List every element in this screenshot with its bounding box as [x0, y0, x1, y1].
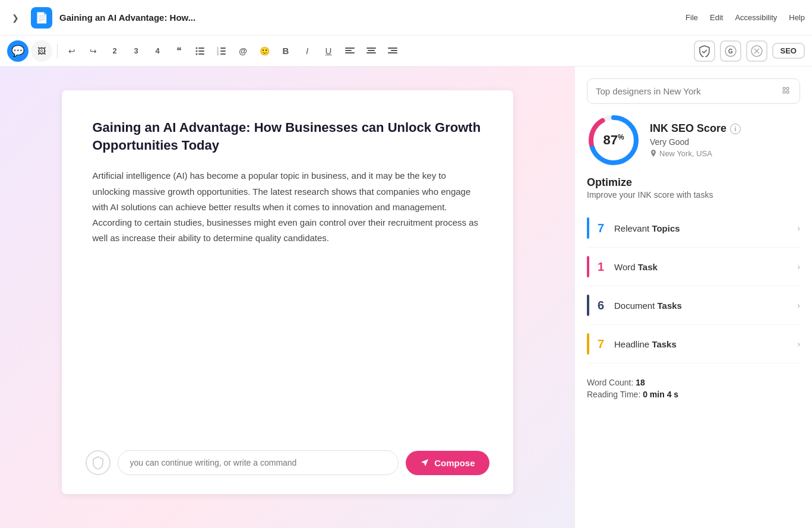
task-item-headline-tasks[interactable]: 7 Headline Tasks › — [587, 325, 800, 363]
seo-button[interactable]: SEO — [772, 43, 805, 59]
task-label-document: Document Tasks — [614, 301, 797, 311]
svg-point-32 — [786, 91, 789, 93]
compose-shield-icon — [86, 450, 110, 475]
chevron-right-icon: › — [797, 223, 800, 233]
task-label-headline: Headline Tasks — [614, 339, 797, 349]
svg-rect-12 — [345, 48, 355, 49]
optimize-subtitle: Improve your INK score with tasks — [587, 190, 800, 200]
task-item-word-task[interactable]: 1 Word Task › — [587, 248, 800, 286]
menu-bar: File Edit Accessibility Help — [685, 13, 805, 22]
chevron-right-icon-3: › — [797, 301, 800, 310]
search-box[interactable] — [587, 78, 800, 104]
align-right-button[interactable] — [383, 42, 402, 61]
grammarly-button[interactable]: G — [720, 40, 741, 62]
stats-section: Word Count: 18 Reading Time: 0 min 4 s — [587, 373, 800, 399]
task-number-word: 1 — [598, 260, 614, 274]
svg-point-0 — [196, 47, 198, 49]
numbered-list-button[interactable]: 1.2.3. — [212, 42, 231, 61]
compose-button[interactable]: Compose — [406, 451, 489, 475]
main-layout: Gaining an AI Advantage: How Businesses … — [0, 67, 812, 528]
svg-point-30 — [786, 87, 789, 90]
italic-button[interactable]: I — [298, 42, 317, 61]
chat-button[interactable]: 💬 — [7, 40, 29, 62]
menu-edit[interactable]: Edit — [710, 13, 723, 22]
editor-area: Gaining an AI Advantage: How Businesses … — [0, 67, 574, 528]
compose-input[interactable] — [118, 450, 399, 475]
svg-rect-16 — [366, 48, 376, 49]
align-left-button[interactable] — [340, 42, 359, 61]
document-body[interactable]: Artificial intelligence (AI) has become … — [93, 168, 482, 246]
score-title: INK SEO Score i — [650, 122, 800, 135]
editor-paper: Gaining an AI Advantage: How Businesses … — [62, 90, 513, 494]
menu-file[interactable]: File — [685, 13, 698, 22]
document-title: Gaining an AI Advantage: How... — [59, 12, 678, 23]
reading-time: Reading Time: 0 min 4 s — [587, 390, 800, 399]
emoji-button[interactable]: 🙂 — [255, 42, 274, 61]
optimize-title: Optimize — [587, 176, 800, 189]
toolbar-separator-1 — [57, 44, 58, 58]
redo-button[interactable]: ↪ — [84, 42, 103, 61]
keyword-search-input[interactable] — [596, 86, 776, 96]
bullet-list-button[interactable] — [191, 42, 210, 61]
task-label-relevant: Relevant Topics — [614, 223, 797, 233]
h2-button[interactable]: 2 — [105, 42, 124, 61]
mention-button[interactable]: @ — [233, 42, 252, 61]
svg-point-2 — [196, 50, 198, 52]
h4-button[interactable]: 4 — [148, 42, 167, 61]
undo-button[interactable]: ↩ — [62, 42, 81, 61]
svg-rect-9 — [220, 50, 226, 52]
bold-button[interactable]: B — [276, 42, 295, 61]
svg-rect-13 — [345, 50, 352, 51]
h3-button[interactable]: 3 — [127, 42, 146, 61]
align-center-button[interactable] — [362, 42, 381, 61]
score-info: INK SEO Score i Very Good New York, USA — [650, 122, 800, 158]
svg-rect-21 — [391, 50, 397, 51]
svg-rect-3 — [198, 50, 204, 52]
task-item-document-tasks[interactable]: 6 Document Tasks › — [587, 286, 800, 325]
svg-rect-7 — [220, 48, 226, 49]
app-icon: 📄 — [31, 7, 52, 29]
score-grade: Very Good — [650, 137, 800, 147]
score-location: New York, USA — [650, 149, 800, 158]
word-count: Word Count: 18 — [587, 378, 800, 387]
task-list: 7 Relevant Topics › 1 Word Task › 6 Docu… — [587, 209, 800, 363]
task-number-document: 6 — [598, 299, 614, 312]
task-accent-blue — [587, 217, 589, 239]
task-number-relevant: 7 — [598, 222, 614, 235]
menu-accessibility[interactable]: Accessibility — [735, 13, 777, 22]
svg-rect-20 — [388, 48, 397, 49]
task-number-headline: 7 — [598, 337, 614, 351]
svg-text:3.: 3. — [217, 52, 219, 55]
document-heading[interactable]: Gaining an AI Advantage: How Businesses … — [93, 119, 482, 154]
score-number: 87% — [603, 132, 624, 148]
seo-score-card: 87% INK SEO Score i Very Good New York, … — [587, 113, 800, 167]
svg-text:G: G — [728, 48, 733, 55]
info-icon[interactable]: i — [730, 124, 741, 134]
collapse-button[interactable]: ❯ — [7, 10, 24, 26]
task-label-word: Word Task — [614, 262, 797, 272]
svg-rect-5 — [198, 53, 204, 55]
svg-rect-14 — [345, 52, 355, 53]
underline-button[interactable]: U — [319, 42, 338, 61]
clear-button[interactable] — [746, 40, 767, 62]
top-bar: ❯ 📄 Gaining an AI Advantage: How... File… — [0, 0, 812, 36]
task-accent-dark — [587, 295, 589, 316]
svg-rect-11 — [220, 53, 226, 55]
score-ring: 87% — [587, 113, 640, 167]
chevron-right-icon-4: › — [797, 339, 800, 349]
compose-bar: Compose — [86, 450, 489, 475]
svg-point-31 — [783, 91, 785, 93]
task-accent-gold — [587, 333, 589, 355]
image-toolbar-button[interactable]: 🖼 — [31, 40, 52, 62]
quote-button[interactable]: ❝ — [169, 42, 188, 61]
svg-rect-18 — [366, 52, 376, 53]
svg-point-29 — [783, 87, 785, 90]
right-sidebar: 87% INK SEO Score i Very Good New York, … — [574, 67, 812, 528]
svg-rect-1 — [198, 48, 204, 49]
check-shield-button[interactable] — [694, 40, 715, 62]
chevron-right-icon-2: › — [797, 262, 800, 271]
task-item-relevant-topics[interactable]: 7 Relevant Topics › — [587, 209, 800, 248]
menu-help[interactable]: Help — [789, 13, 805, 22]
svg-rect-17 — [368, 50, 375, 51]
toolbar: 💬 🖼 ↩ ↪ 2 3 4 ❝ 1.2.3. @ 🙂 B I U G SEO — [0, 36, 812, 67]
